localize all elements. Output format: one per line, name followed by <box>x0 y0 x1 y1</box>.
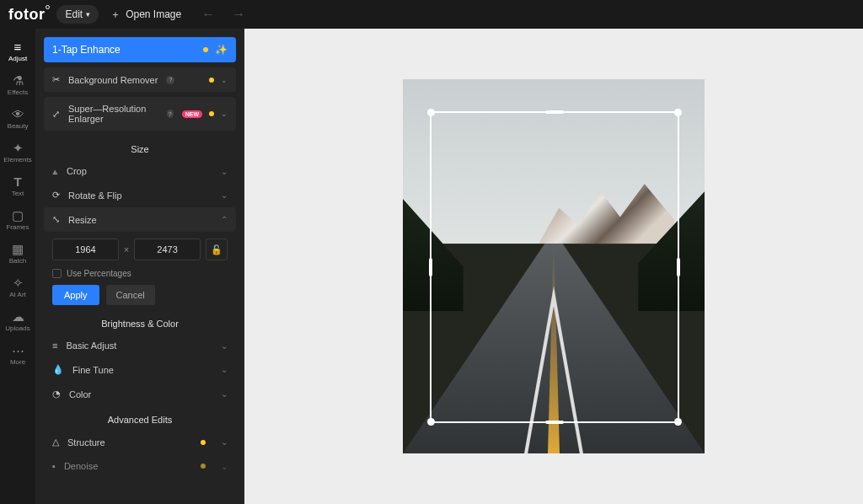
section-size-header: Size <box>44 136 236 159</box>
super-resolution-label: Super—Resolution Enlarger <box>68 104 158 124</box>
edit-menu-button[interactable]: Edit ▾ <box>56 5 99 24</box>
basic-adjust-label: Basic Adjust <box>66 340 116 351</box>
rail-elements-label: Elements <box>3 156 31 164</box>
apply-button[interactable]: Apply <box>52 285 99 305</box>
rail-ai-art-label: AI Art <box>9 291 26 298</box>
rail-effects-label: Effects <box>8 88 28 96</box>
denoise-label: Denoise <box>64 461 98 471</box>
checkbox-icon <box>52 269 62 278</box>
chevron-down-icon: ⌄ <box>221 167 228 176</box>
height-input[interactable] <box>134 239 201 260</box>
chevron-down-icon: ⌄ <box>221 110 228 118</box>
crop-handle-tr[interactable] <box>674 109 682 116</box>
super-resolution-row[interactable]: ⤢ Super—Resolution Enlarger ? NEW ⌄ <box>44 97 236 131</box>
grid-icon: ▦ <box>12 243 24 255</box>
open-image-button[interactable]: ＋ Open Image <box>110 8 181 22</box>
crop-edge-left[interactable] <box>429 258 432 276</box>
premium-dot-icon <box>203 47 208 52</box>
crop-handle-tl[interactable] <box>427 109 435 116</box>
color-row[interactable]: ◔ Color ⌄ <box>44 382 236 406</box>
rail-frames[interactable]: ▢Frames <box>0 204 35 238</box>
width-input[interactable] <box>52 239 119 260</box>
row-right: NEW ⌄ <box>182 110 228 118</box>
resize-label: Resize <box>68 215 97 225</box>
left-icon-rail: ≡Adjust ⚗Effects 👁Beauty ✦Elements TText… <box>0 29 35 504</box>
resize-buttons: Apply Cancel <box>52 285 228 308</box>
history-nav: ← → <box>201 7 245 22</box>
crop-edge-top[interactable] <box>545 110 564 114</box>
rail-ai-art[interactable]: ✧AI Art <box>0 271 35 305</box>
chevron-down-icon: ⌄ <box>221 365 228 374</box>
chevron-down-icon: ⌄ <box>221 190 228 200</box>
lock-aspect-button[interactable]: 🔓 <box>206 239 228 260</box>
one-tap-enhance-label: 1-Tap Enhance <box>52 44 121 56</box>
redo-button[interactable]: → <box>232 7 245 22</box>
use-percentages-label: Use Percentages <box>67 269 131 278</box>
rail-adjust[interactable]: ≡Adjust <box>0 35 35 69</box>
chevron-up-icon: ⌃ <box>221 215 228 224</box>
fine-tune-row[interactable]: 💧 Fine Tune ⌄ <box>44 357 236 382</box>
background-remover-row[interactable]: ✂ Background Remover ? ⌄ <box>44 67 236 92</box>
fine-tune-label: Fine Tune <box>72 365 114 375</box>
structure-row[interactable]: △ Structure ⌄ <box>44 430 236 454</box>
canvas-area[interactable] <box>244 29 863 504</box>
crop-edge-right[interactable] <box>677 258 680 276</box>
resize-row[interactable]: ⤡ Resize ⌃ <box>44 207 236 232</box>
eye-icon: 👁 <box>12 108 24 121</box>
resize-controls: × 🔓 Use Percentages Apply Cancel <box>44 232 236 310</box>
edit-menu-label: Edit <box>65 8 83 20</box>
triangle-icon: △ <box>52 437 59 448</box>
main-area: ≡Adjust ⚗Effects 👁Beauty ✦Elements TText… <box>0 29 863 504</box>
denoise-row[interactable]: ▪ Denoise ⌄ <box>44 454 236 478</box>
rail-batch-label: Batch <box>9 257 26 265</box>
open-image-label: Open Image <box>126 8 181 20</box>
chevron-down-icon: ▾ <box>86 10 90 19</box>
rail-more-label: More <box>10 358 25 366</box>
rotate-flip-row[interactable]: ⟳ Rotate & Flip ⌄ <box>44 183 236 207</box>
help-icon[interactable]: ? <box>166 76 174 84</box>
crop-handle-bl[interactable] <box>427 418 435 426</box>
rail-frames-label: Frames <box>6 223 29 231</box>
wand-icon: ✨ <box>215 44 228 56</box>
rotate-flip-label: Rotate & Flip <box>68 190 122 201</box>
plus-icon: ＋ <box>110 8 121 22</box>
chevron-down-icon: ⌄ <box>221 437 228 447</box>
crop-row[interactable]: ⟁ Crop ⌄ <box>44 159 236 183</box>
image-preview[interactable] <box>403 79 705 453</box>
premium-dot-icon <box>209 111 214 116</box>
rail-more[interactable]: ⋯More <box>0 339 35 373</box>
crop-label: Crop <box>67 166 87 176</box>
cancel-button[interactable]: Cancel <box>106 285 155 305</box>
droplet-icon: 💧 <box>52 364 64 375</box>
rail-beauty[interactable]: 👁Beauty <box>0 103 35 137</box>
section-brightness-header: Brightness & Color <box>44 310 236 334</box>
times-icon: × <box>124 244 129 255</box>
undo-button[interactable]: ← <box>201 7 215 22</box>
crop-selection[interactable] <box>430 111 679 423</box>
logo: fotor <box>8 6 45 24</box>
section-advanced-header: Advanced Edits <box>44 406 236 430</box>
rail-uploads[interactable]: ☁Uploads <box>0 305 35 339</box>
one-tap-enhance-button[interactable]: 1-Tap Enhance ✨ <box>44 37 236 62</box>
use-percentages-checkbox[interactable]: Use Percentages <box>52 260 228 285</box>
lock-icon: 🔓 <box>211 244 222 255</box>
rail-batch[interactable]: ▦Batch <box>0 238 35 271</box>
rotate-icon: ⟳ <box>52 190 60 201</box>
rail-elements[interactable]: ✦Elements <box>0 137 35 170</box>
adjust-panel: 1-Tap Enhance ✨ ✂ Background Remover ? ⌄… <box>35 29 244 504</box>
crop-edge-bottom[interactable] <box>545 421 564 424</box>
sliders-icon: ≡ <box>14 40 22 53</box>
palette-icon: ◔ <box>52 389 61 399</box>
premium-dot-icon <box>201 440 206 445</box>
help-icon[interactable]: ? <box>167 110 174 118</box>
basic-adjust-row[interactable]: ≡ Basic Adjust ⌄ <box>44 334 236 357</box>
frame-icon: ▢ <box>12 209 24 222</box>
flask-icon: ⚗ <box>13 74 24 87</box>
resize-icon: ⤡ <box>52 214 60 225</box>
rail-effects[interactable]: ⚗Effects <box>0 69 35 103</box>
enhance-right: ✨ <box>203 44 228 56</box>
crop-handle-br[interactable] <box>674 418 682 426</box>
rail-text[interactable]: TText <box>0 170 35 204</box>
top-bar: fotor Edit ▾ ＋ Open Image ← → <box>0 0 863 29</box>
chevron-down-icon: ⌄ <box>221 76 228 84</box>
